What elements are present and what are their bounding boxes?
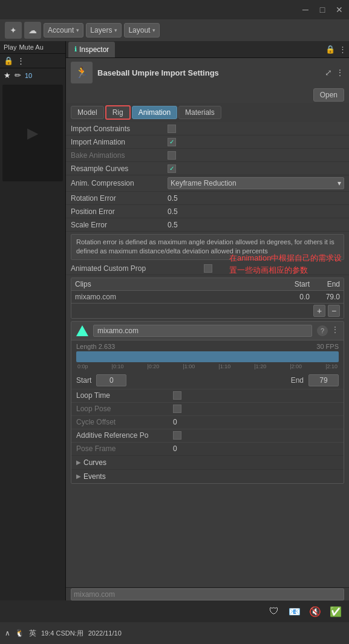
import-constraints-checkbox[interactable] — [168, 125, 176, 133]
form-section: Import Constraints Import Animation Bake… — [66, 122, 349, 232]
brush-icon[interactable]: ✏ — [15, 71, 21, 80]
import-constraints-label: Import Constraints — [71, 125, 168, 133]
loop-pose-checkbox[interactable] — [173, 405, 181, 413]
maximize-button[interactable]: □ — [318, 5, 327, 15]
clip-detail-header: ? ⋮ — [71, 322, 344, 340]
title-bar: ─ □ ✕ — [0, 0, 349, 19]
animation-tab[interactable]: Animation — [132, 106, 177, 119]
lang-icon[interactable]: 英 — [29, 628, 36, 639]
import-animation-label: Import Animation — [71, 138, 168, 146]
clip-dots-icon[interactable]: ⋮ — [331, 325, 339, 336]
main-toolbar: ✦ ☁ Account ▾ Layers ▾ Layout ▾ — [0, 19, 349, 41]
loop-time-checkbox[interactable] — [173, 391, 181, 400]
tab-bar: ℹ Inspector 🔒 ⋮ — [66, 41, 349, 58]
info-icon: ℹ — [74, 45, 77, 53]
remove-clip-button[interactable]: − — [328, 305, 340, 317]
curves-label: Curves — [83, 458, 106, 467]
inspector-tab-label: Inspector — [79, 45, 109, 54]
asset-title: Baseball Umpire Import Settings — [97, 68, 320, 77]
model-tab[interactable]: Model — [71, 106, 104, 119]
anim-custom-label: Animated Custom Prop — [71, 264, 204, 273]
minimize-button[interactable]: ─ — [301, 5, 310, 15]
resample-curves-checkbox[interactable] — [168, 164, 176, 173]
taskbar: 🛡 📧 🔇 ✅ ∧ 🐧 英 19:4 CSDN:用 2022/11/10 — [0, 600, 349, 644]
clips-start-label: Start — [273, 280, 310, 288]
length-label: Length 2.633 — [76, 343, 115, 350]
materials-tab[interactable]: Materials — [178, 106, 221, 119]
anim-compression-select[interactable]: Keyframe Reduction ▾ — [168, 177, 344, 189]
lock-tab-icon[interactable]: 🔒 — [325, 45, 335, 54]
position-error-row: Position Error 0.5 — [66, 205, 349, 218]
cycle-offset-label: Cycle Offset — [76, 418, 173, 426]
bake-animations-row: Bake Animations — [66, 149, 349, 162]
layout-dropdown[interactable]: Layout ▾ — [124, 23, 160, 37]
timeline-section: Length 2.633 30 FPS 0:0p |0:10 |0:20 |1:… — [71, 340, 344, 372]
loop-pose-row: Loop Pose — [71, 402, 344, 415]
layers-dropdown[interactable]: Layers ▾ — [86, 23, 122, 37]
clips-table: Clips Start End mixamo.com 0.0 79.0 + − — [71, 278, 344, 319]
events-label: Events — [83, 472, 106, 481]
loop-pose-label: Loop Pose — [76, 405, 173, 413]
star-icon[interactable]: ★ — [4, 71, 11, 80]
anim-compression-row: Anim. Compression Keyframe Reduction ▾ — [66, 175, 349, 192]
play-button[interactable]: Play — [4, 44, 16, 51]
check-icon[interactable]: ✅ — [327, 603, 344, 620]
annotation-text: 在animation中根据自己的需求设置一些动画相应的参数 — [229, 252, 344, 276]
clips-col-label: Clips — [75, 280, 273, 288]
time-text: 19:4 CSDN:用 — [41, 629, 83, 638]
close-button[interactable]: ✕ — [334, 5, 344, 15]
qr-icon[interactable]: 🐧 — [15, 629, 24, 637]
pose-frame-label: Pose Frame — [76, 444, 173, 453]
events-foldout[interactable]: ▶ Events — [71, 469, 344, 483]
rotation-error-value: 0.5 — [168, 194, 344, 203]
clip-name-input[interactable] — [93, 325, 312, 337]
clips-row-name: mixamo.com — [75, 293, 273, 301]
cloud-icon-button[interactable]: ☁ — [24, 22, 41, 39]
end-input[interactable] — [308, 374, 339, 386]
left-panel-toolbar: Play Mute Au — [0, 41, 65, 54]
timeline-bar[interactable] — [76, 351, 339, 362]
pose-frame-row: Pose Frame 0 — [71, 442, 344, 455]
bottom-search-input[interactable] — [71, 588, 344, 600]
layout-arrow: ▾ — [152, 27, 155, 33]
main-content: ℹ Inspector 🔒 ⋮ 🏃 Baseball Umpire Import… — [66, 41, 349, 600]
dots-tab-icon[interactable]: ⋮ — [339, 45, 347, 54]
add-clip-button[interactable]: + — [313, 305, 325, 317]
asset-header: 🏃 Baseball Umpire Import Settings ⤢ ⋮ — [66, 58, 349, 87]
mute-icon[interactable]: 🔇 — [307, 603, 324, 620]
anim-custom-checkbox[interactable] — [204, 264, 212, 273]
asset-dots-icon[interactable]: ⋮ — [336, 68, 344, 77]
start-input[interactable] — [96, 374, 126, 386]
timeline-ticks: 0:0p |0:10 |0:20 |1:00 |1:10 |1:20 |2:00… — [76, 363, 339, 369]
nav-up-icon[interactable]: ∧ — [5, 629, 10, 637]
cycle-offset-row: Cycle Offset 0 — [71, 415, 344, 429]
inspector-tab[interactable]: ℹ Inspector — [68, 42, 115, 57]
expand-icon[interactable]: ⤢ — [325, 68, 332, 77]
additive-ref-checkbox[interactable] — [173, 431, 181, 440]
account-arrow: ▾ — [76, 27, 79, 33]
position-error-value: 0.5 — [168, 207, 344, 216]
sun-icon-button[interactable]: ✦ — [5, 22, 22, 39]
mute-button[interactable]: Mute Au — [19, 44, 43, 51]
shield-icon[interactable]: 🛡 — [266, 603, 282, 620]
date-text: 2022/11/10 — [88, 629, 122, 637]
curves-foldout[interactable]: ▶ Curves — [71, 455, 344, 469]
import-animation-checkbox[interactable] — [168, 138, 176, 146]
left-panel: Play Mute Au 🔒 ⋮ ★ ✏ 10 ▶ — [0, 41, 66, 600]
anim-compression-label: Anim. Compression — [71, 179, 168, 187]
lock-icon[interactable]: 🔒 — [4, 56, 13, 65]
clips-row-end: 79.0 — [310, 293, 340, 301]
rig-tab[interactable]: Rig — [105, 105, 131, 120]
account-dropdown[interactable]: Account ▾ — [44, 23, 83, 37]
clip-help-icon[interactable]: ? — [317, 325, 328, 336]
dots-icon[interactable]: ⋮ — [17, 56, 25, 65]
bake-animations-checkbox[interactable] — [168, 151, 176, 160]
scale-error-label: Scale Error — [71, 221, 168, 229]
additive-ref-row: Additive Reference Po — [71, 429, 344, 442]
open-button[interactable]: Open — [313, 88, 344, 102]
fps-label: 30 FPS — [316, 343, 339, 350]
position-error-label: Position Error — [71, 207, 168, 216]
clips-row-0[interactable]: mixamo.com 0.0 79.0 — [71, 291, 344, 303]
import-constraints-row: Import Constraints — [66, 122, 349, 135]
email-icon[interactable]: 📧 — [286, 603, 303, 620]
